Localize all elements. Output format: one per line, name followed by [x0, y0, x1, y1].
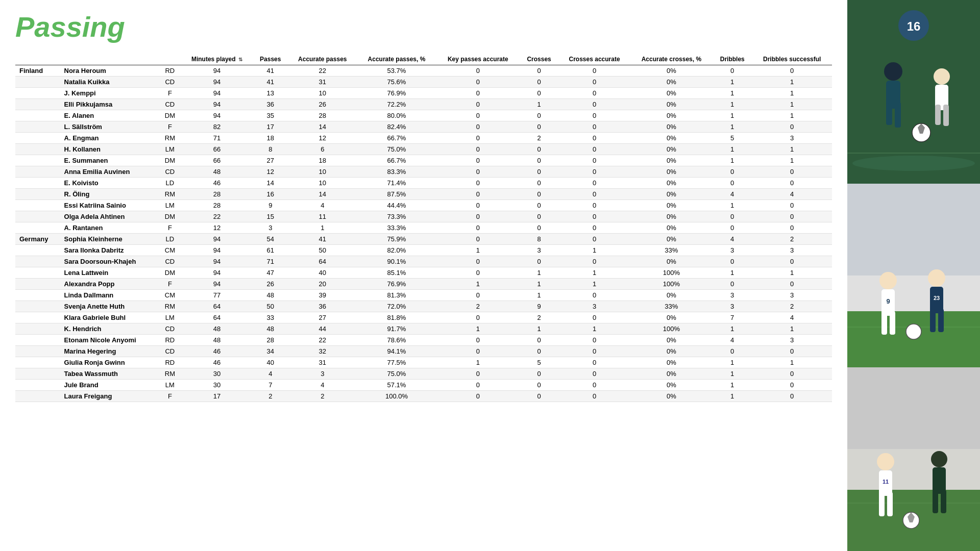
drib-succ-cell: 0 [752, 391, 832, 402]
acc-pct-cell: 81.3% [357, 290, 436, 301]
crosses-cell: 0 [520, 368, 559, 380]
acc-passes-cell: 14 [288, 121, 357, 133]
dribbles-cell: 0 [713, 346, 752, 357]
table-wrapper[interactable]: Minutes played ⇅ Passes Accurate passes … [15, 54, 832, 402]
minutes-cell: 64 [181, 312, 253, 323]
position-cell: F [159, 391, 181, 402]
crosses-cell: 1 [520, 267, 559, 279]
crosses-pct-cell: 0% [630, 335, 713, 346]
table-body: FinlandNora HeroumRD94412253.7%0000%00Na… [15, 65, 832, 402]
team-name-cell [15, 290, 60, 301]
key-passes-cell: 0 [436, 99, 520, 110]
drib-succ-cell: 1 [752, 77, 832, 88]
acc-passes-cell: 10 [288, 178, 357, 189]
crosses-acc-cell: 0 [558, 166, 630, 178]
acc-passes-cell: 18 [288, 155, 357, 166]
crosses-acc-cell: 0 [558, 357, 630, 368]
minutes-cell: 82 [181, 121, 253, 133]
crosses-acc-cell: 0 [558, 222, 630, 234]
drib-succ-cell: 3 [752, 133, 832, 144]
acc-passes-cell: 26 [288, 99, 357, 110]
dribbles-cell: 1 [713, 391, 752, 402]
crosses-cell: 2 [520, 133, 559, 144]
key-passes-cell: 0 [436, 88, 520, 99]
drib-succ-cell: 4 [752, 189, 832, 200]
crosses-acc-cell: 0 [558, 133, 630, 144]
acc-pct-cell: 72.2% [357, 99, 436, 110]
minutes-cell: 28 [181, 200, 253, 211]
dribbles-cell: 1 [713, 121, 752, 133]
crosses-pct-cell: 0% [630, 99, 713, 110]
acc-pct-cell: 72.0% [357, 301, 436, 312]
acc-pct-cell: 83.3% [357, 166, 436, 178]
dribbles-cell: 3 [713, 245, 752, 256]
player-name-cell: E. Koivisto [60, 178, 159, 189]
crosses-cell: 1 [520, 279, 559, 290]
svg-text:23: 23 [934, 295, 940, 301]
acc-passes-cell: 4 [288, 380, 357, 391]
acc-pct-cell: 57.1% [357, 380, 436, 391]
crosses-acc-cell: 0 [558, 65, 630, 77]
crosses-pct-cell: 0% [630, 110, 713, 121]
table-row: Jule BrandLM307457.1%0000%10 [15, 380, 832, 391]
acc-pct-cell: 75.9% [357, 234, 436, 245]
drib-succ-cell: 0 [752, 279, 832, 290]
minutes-cell: 94 [181, 88, 253, 99]
table-row: Lena LattweinDM94474085.1%011100%11 [15, 267, 832, 279]
team-name-cell [15, 256, 60, 267]
crosses-cell: 3 [520, 245, 559, 256]
player-name-cell: Sophia Kleinherne [60, 234, 159, 245]
minutes-cell: 64 [181, 301, 253, 312]
team-name-cell [15, 222, 60, 234]
table-row: Tabea WassmuthRM304375.0%0000%10 [15, 368, 832, 380]
acc-pct-cell: 76.9% [357, 88, 436, 99]
team-name-cell [15, 200, 60, 211]
crosses-acc-cell: 0 [558, 77, 630, 88]
table-row: Klara Gabriele BuhlLM64332781.8%0200%74 [15, 312, 832, 323]
team-name-cell [15, 110, 60, 121]
acc-pct-cell: 66.7% [357, 155, 436, 166]
svg-rect-30 [847, 367, 980, 449]
minutes-cell: 71 [181, 133, 253, 144]
drib-succ-cell: 0 [752, 121, 832, 133]
photo-svg-mid: 9 23 [847, 184, 980, 367]
key-passes-cell: 1 [436, 323, 520, 335]
key-passes-cell: 0 [436, 256, 520, 267]
acc-passes-cell: 4 [288, 200, 357, 211]
svg-point-38 [931, 451, 947, 467]
crosses-cell: 0 [520, 77, 559, 88]
key-passes-cell: 0 [436, 144, 520, 155]
crosses-cell: 2 [520, 312, 559, 323]
crosses-acc-cell: 1 [558, 245, 630, 256]
filter-icon[interactable]: ⇅ [238, 57, 242, 63]
drib-succ-cell: 0 [752, 178, 832, 189]
col-minutes[interactable]: Minutes played ⇅ [181, 54, 253, 65]
col-player [60, 54, 159, 65]
crosses-cell: 0 [520, 346, 559, 357]
acc-pct-cell: 91.7% [357, 323, 436, 335]
position-cell: F [159, 279, 181, 290]
team-name-cell [15, 346, 60, 357]
acc-passes-cell: 11 [288, 211, 357, 222]
player-name-cell: Sara Doorsoun-Khajeh [60, 256, 159, 267]
svg-rect-32 [847, 503, 980, 504]
player-name-cell: Jule Brand [60, 380, 159, 391]
acc-passes-cell: 28 [288, 110, 357, 121]
minutes-cell: 46 [181, 357, 253, 368]
player-name-cell: Nora Heroum [60, 65, 159, 77]
crosses-cell: 1 [520, 290, 559, 301]
passes-cell: 17 [253, 121, 288, 133]
team-name-cell [15, 279, 60, 290]
table-row: A. RantanenF123133.3%0000%00 [15, 222, 832, 234]
position-cell: LD [159, 178, 181, 189]
team-name-cell [15, 166, 60, 178]
acc-passes-cell: 1 [288, 222, 357, 234]
drib-succ-cell: 3 [752, 335, 832, 346]
position-cell: CD [159, 99, 181, 110]
crosses-acc-cell: 0 [558, 200, 630, 211]
crosses-pct-cell: 0% [630, 178, 713, 189]
dribbles-cell: 1 [713, 155, 752, 166]
crosses-pct-cell: 0% [630, 234, 713, 245]
position-cell: RD [159, 335, 181, 346]
team-name-cell [15, 312, 60, 323]
